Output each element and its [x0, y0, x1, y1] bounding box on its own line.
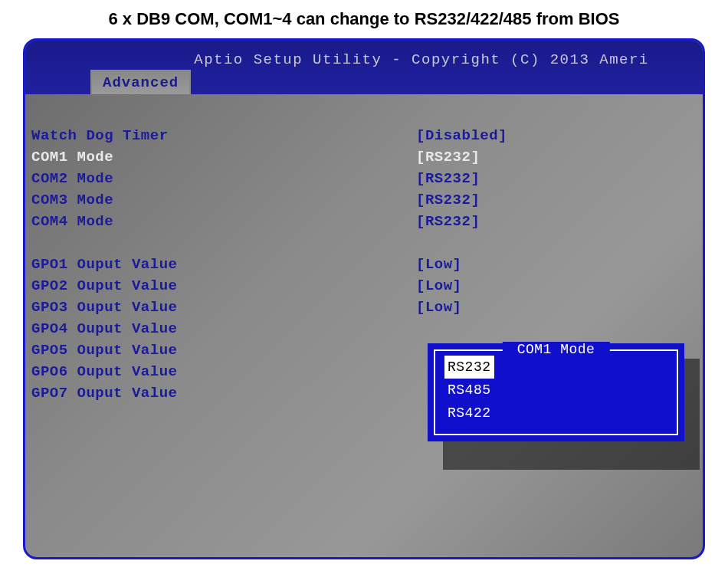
- setting-label: GPO6 Ouput Value: [25, 361, 416, 382]
- popup-com1-mode: COM1 Mode RS232 RS485 RS422: [428, 343, 684, 441]
- setting-gpo4[interactable]: GPO4 Ouput Value: [25, 318, 703, 339]
- setting-value: [RS232]: [416, 211, 480, 232]
- setting-label: GPO3 Ouput Value: [25, 297, 416, 318]
- popup-option-rs422[interactable]: RS422: [444, 405, 494, 421]
- setting-value: [Low]: [416, 275, 462, 297]
- bios-header: Aptio Setup Utility - Copyright (C) 2013…: [25, 41, 703, 94]
- setting-label: GPO4 Ouput Value: [25, 318, 416, 339]
- setting-value: [RS232]: [416, 189, 480, 211]
- setting-gpo2[interactable]: GPO2 Ouput Value [Low]: [25, 275, 703, 297]
- setting-label: GPO7 Ouput Value: [25, 382, 416, 404]
- setting-value: [Disabled]: [416, 125, 507, 146]
- page-heading: 6 x DB9 COM, COM1~4 can change to RS232/…: [0, 0, 728, 38]
- bios-screen: Aptio Setup Utility - Copyright (C) 2013…: [23, 38, 705, 559]
- setting-value: [RS232]: [416, 168, 480, 189]
- setting-gpo3[interactable]: GPO3 Ouput Value [Low]: [25, 297, 703, 318]
- setting-label: COM4 Mode: [25, 211, 416, 232]
- popup-option-rs232[interactable]: RS232: [444, 356, 494, 379]
- setting-value: [Low]: [416, 254, 462, 275]
- tab-advanced[interactable]: Advanced: [90, 70, 191, 94]
- setting-gpo1[interactable]: GPO1 Ouput Value [Low]: [25, 254, 703, 275]
- setting-watchdog[interactable]: Watch Dog Timer [Disabled]: [25, 125, 703, 146]
- setting-com2-mode[interactable]: COM2 Mode [RS232]: [25, 168, 703, 189]
- bios-title: Aptio Setup Utility - Copyright (C) 2013…: [25, 48, 703, 68]
- setting-label: COM2 Mode: [25, 168, 416, 189]
- popup-option-rs485[interactable]: RS485: [444, 382, 494, 398]
- setting-label: COM3 Mode: [25, 189, 416, 211]
- setting-label: GPO5 Ouput Value: [25, 339, 416, 361]
- setting-com4-mode[interactable]: COM4 Mode [RS232]: [25, 211, 703, 232]
- setting-label: COM1 Mode: [25, 146, 416, 168]
- setting-label: GPO1 Ouput Value: [25, 254, 416, 275]
- setting-value: [Low]: [416, 297, 462, 318]
- setting-label: Watch Dog Timer: [25, 125, 416, 146]
- setting-com1-mode[interactable]: COM1 Mode [RS232]: [25, 146, 703, 168]
- setting-label: GPO2 Ouput Value: [25, 275, 416, 297]
- popup-title: COM1 Mode: [502, 342, 609, 357]
- setting-value: [RS232]: [416, 146, 480, 168]
- setting-com3-mode[interactable]: COM3 Mode [RS232]: [25, 189, 703, 211]
